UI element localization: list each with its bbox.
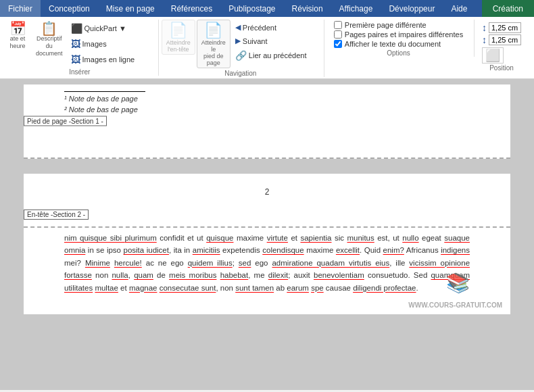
ribbon-btn-suivant[interactable]: ▶ Suivant xyxy=(232,34,320,47)
suivant-icon: ▶ xyxy=(235,36,241,45)
menu-fichier[interactable]: Fichier xyxy=(0,0,41,17)
position-row-1: ↕ xyxy=(482,22,521,33)
menu-aide[interactable]: Aide xyxy=(443,0,475,17)
ribbon-btn-date-heure[interactable]: 📅 ate etheure xyxy=(4,20,31,52)
checkbox-premiere-page[interactable]: Première page différente xyxy=(334,21,463,29)
position-row-2: ↕ xyxy=(482,34,521,45)
ribbon-group-navigation: 📄 Atteindrel'en-tête 📄 Atteindre lepied … xyxy=(160,20,324,77)
body-section: nim quisque sibi plurimum confidit et ut… xyxy=(24,228,510,314)
page-gap xyxy=(24,159,510,174)
footnote-2: ² Note de bas de page xyxy=(64,105,470,114)
footer-line xyxy=(64,91,145,92)
afficher-texte-label: Afficher le texte du document xyxy=(345,40,441,48)
navigation-label: Navigation xyxy=(224,70,256,77)
position-top-input[interactable] xyxy=(489,22,521,33)
menu-publipostage[interactable]: Publipostage xyxy=(220,0,283,17)
body-text: nim quisque sibi plurimum confidit et ut… xyxy=(64,232,470,294)
lier-icon: 🔗 xyxy=(235,50,247,61)
ribbon-btn-descriptif[interactable]: 📋 Descriptif dudocument xyxy=(32,20,66,59)
position-up-icon: ↕ xyxy=(482,22,487,33)
ribbon-btn-atteindre-entete[interactable]: 📄 Atteindrel'en-tête xyxy=(162,20,195,55)
ribbon-group-position: ↕ ↕ ⬜ Position xyxy=(476,20,530,72)
ribbon: 📅 ate etheure 📋 Descriptif dudocument ⬛ … xyxy=(0,17,534,79)
pied-icon: 📄 xyxy=(204,22,222,39)
page-number: 2 xyxy=(64,187,470,197)
date-icon: 📅 xyxy=(9,22,26,35)
premiere-page-checkbox[interactable] xyxy=(334,21,342,29)
ribbon-btn-images-en-ligne[interactable]: 🖼 Images en ligne xyxy=(68,52,155,67)
options-label: Options xyxy=(387,49,410,57)
position-extra-icon: ⬜ xyxy=(482,47,504,64)
pages-paires-label: Pages paires et impaires différentes xyxy=(345,30,463,39)
ribbon-group-options: Première page différente Pages paires et… xyxy=(326,20,475,57)
afficher-texte-checkbox[interactable] xyxy=(334,40,342,48)
menu-revision[interactable]: Révision xyxy=(284,0,331,17)
header-section: 2 En-tête -Section 2 - xyxy=(24,174,510,228)
footer-section: Pied de page -Section 1 - ¹ Note de bas … xyxy=(24,84,510,159)
ribbon-btn-atteindre-pied[interactable]: 📄 Atteindre lepied de page xyxy=(197,20,230,68)
position-label: Position xyxy=(489,64,514,72)
ribbon-btn-images[interactable]: 🖼 Images xyxy=(68,36,155,51)
precedent-icon: ◀ xyxy=(235,23,241,32)
inserer-label: Insérer xyxy=(69,68,90,76)
menu-developpeur[interactable]: Développeur xyxy=(381,0,443,17)
creation-tab[interactable]: Création xyxy=(482,0,534,17)
ribbon-btn-lier-precedent[interactable]: 🔗 Lier au précédent xyxy=(232,48,320,63)
menu-mise-en-page[interactable]: Mise en page xyxy=(98,0,163,17)
document-area: Pied de page -Section 1 - ¹ Note de bas … xyxy=(0,79,534,390)
checkbox-afficher-texte[interactable]: Afficher le texte du document xyxy=(334,40,463,48)
premiere-page-label: Première page différente xyxy=(345,21,427,29)
footer-section-label: Pied de page -Section 1 - xyxy=(24,116,107,126)
descriptif-icon: 📋 xyxy=(41,22,57,35)
position-bottom-input[interactable] xyxy=(489,34,521,45)
images-en-ligne-icon: 🖼 xyxy=(71,54,80,65)
menu-affichage[interactable]: Affichage xyxy=(331,0,381,17)
checkbox-pages-paires[interactable]: Pages paires et impaires différentes xyxy=(334,30,463,39)
ribbon-group-inserer: 📅 ate etheure 📋 Descriptif dudocument ⬛ … xyxy=(4,20,159,76)
book-decoration-icon: 📚 xyxy=(446,272,470,294)
pages-paires-checkbox[interactable] xyxy=(334,30,342,39)
images-icon: 🖼 xyxy=(71,39,80,49)
header-section-label: En-tête -Section 2 - xyxy=(24,210,89,220)
watermark: WWW.COURS-GRATUIT.COM xyxy=(408,301,502,309)
menubar: Fichier Conception Mise en page Référenc… xyxy=(0,0,534,17)
menu-conception[interactable]: Conception xyxy=(41,0,98,17)
position-down-icon: ↕ xyxy=(482,34,487,45)
entete-icon: 📄 xyxy=(169,22,187,39)
ribbon-btn-precedent[interactable]: ◀ Précédent xyxy=(232,21,320,34)
menu-references[interactable]: Références xyxy=(163,0,220,17)
quickpart-icon: ⬛ xyxy=(71,23,82,34)
ribbon-btn-quickpart[interactable]: ⬛ QuickPart ▼ xyxy=(68,21,155,36)
footnote-1: ¹ Note de bas de page xyxy=(64,95,470,103)
